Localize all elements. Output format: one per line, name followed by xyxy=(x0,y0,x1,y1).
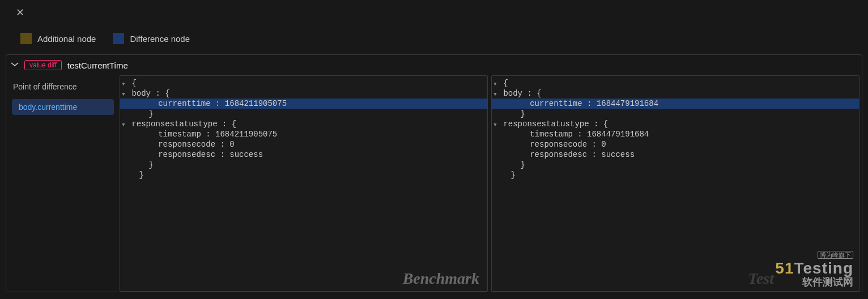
tree-row[interactable]: responsestatustype : { xyxy=(492,119,859,129)
sidebar: Point of difference body.currenttime xyxy=(6,75,120,292)
value: 1684211905075 xyxy=(225,99,287,108)
close-icon[interactable]: ✕ xyxy=(16,6,24,19)
chevron-down-icon[interactable] xyxy=(120,79,127,88)
tree-row[interactable]: { xyxy=(120,78,487,88)
value: 1684211905075 xyxy=(215,130,277,139)
tree-row[interactable]: timestamp : 1684211905075 xyxy=(120,129,487,139)
tree-row[interactable]: { xyxy=(492,78,859,88)
value: 1684479191684 xyxy=(597,99,658,108)
tree-row[interactable]: responsecode : 0 xyxy=(120,139,487,150)
tree-row[interactable]: } xyxy=(492,170,859,180)
left-pane: { body : { currenttime : 1684211905075 }… xyxy=(120,75,488,292)
tree-row[interactable]: } xyxy=(120,160,487,170)
chevron-down-icon[interactable] xyxy=(120,119,127,129)
value-diff-badge: value diff xyxy=(24,60,62,70)
tree-row[interactable]: } xyxy=(120,109,487,119)
tree-row[interactable]: } xyxy=(492,160,859,170)
diff-panel: value diff testCurrentTime Point of diff… xyxy=(6,54,862,292)
chevron-down-icon[interactable] xyxy=(492,119,499,129)
difference-swatch xyxy=(113,33,124,44)
brand-watermark: 博为峰旗下 51Testing 软件测试网 xyxy=(775,249,853,289)
brand-b: Testing xyxy=(794,259,853,277)
tree-row[interactable]: timestamp : 1684479191684 xyxy=(492,129,859,139)
chevron-down-icon[interactable] xyxy=(492,79,499,88)
tree-row-highlighted[interactable]: currenttime : 1684479191684 xyxy=(492,99,859,109)
left-tree: { body : { currenttime : 1684211905075 }… xyxy=(120,76,487,182)
additional-label: Additional node xyxy=(37,34,96,44)
benchmark-watermark: Benchmark xyxy=(403,270,479,288)
chevron-down-icon[interactable] xyxy=(120,89,127,98)
legend-bar: Additional node Difference node xyxy=(0,25,868,52)
diff-title: testCurrentTime xyxy=(67,61,128,70)
tree-row[interactable]: responsedesc : success xyxy=(120,150,487,160)
tree-row[interactable]: } xyxy=(492,109,859,119)
difference-label: Difference node xyxy=(130,34,190,44)
tree-row[interactable]: body : { xyxy=(492,88,859,99)
value: success xyxy=(229,150,263,159)
diff-path-item[interactable]: body.currenttime xyxy=(12,99,114,115)
value: 0 xyxy=(229,140,234,149)
tree-row[interactable]: } xyxy=(120,170,487,180)
brand-tag: 博为峰旗下 xyxy=(818,251,853,259)
chevron-down-icon[interactable] xyxy=(492,89,499,98)
top-bar: ✕ xyxy=(0,0,868,25)
additional-swatch xyxy=(20,33,32,44)
right-tree: { body : { currenttime : 1684479191684 }… xyxy=(492,76,859,182)
sidebar-title: Point of difference xyxy=(13,82,114,91)
tree-row[interactable]: responsestatustype : { xyxy=(120,119,487,129)
tree-row[interactable]: responsedesc : success xyxy=(492,150,859,160)
brand-a: 51 xyxy=(775,259,794,277)
value: success xyxy=(601,150,635,159)
panel-header: value diff testCurrentTime xyxy=(6,55,862,75)
tree-row-highlighted[interactable]: currenttime : 1684211905075 xyxy=(120,99,487,109)
right-pane: { body : { currenttime : 1684479191684 }… xyxy=(491,75,860,292)
panel-body: Point of difference body.currenttime { b… xyxy=(6,75,862,292)
value: 1684479191684 xyxy=(587,130,649,139)
collapse-icon[interactable] xyxy=(10,61,20,70)
value: 0 xyxy=(601,140,606,149)
tree-row[interactable]: responsecode : 0 xyxy=(492,139,859,150)
diff-panes: { body : { currenttime : 1684211905075 }… xyxy=(120,75,862,292)
test-watermark: Test xyxy=(748,270,774,288)
tree-row[interactable]: body : { xyxy=(120,88,487,99)
